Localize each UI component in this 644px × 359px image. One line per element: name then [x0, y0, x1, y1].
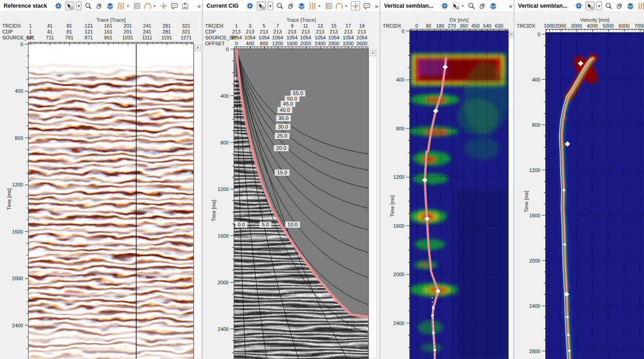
- layers-icon[interactable]: [298, 2, 306, 10]
- time-minor-tick: [408, 116, 410, 116]
- header-value: 213: [288, 29, 296, 34]
- time-major-tick: [406, 80, 410, 80]
- wiggle-icon[interactable]: [637, 2, 644, 10]
- semblance-dv-plot[interactable]: [410, 31, 508, 359]
- ruler-minor-tick: [275, 47, 275, 48]
- ruler-minor-tick: [55, 42, 55, 43]
- axis-title: DV [m/s]: [449, 17, 468, 23]
- mouse-icon[interactable]: [615, 2, 624, 10]
- dropdown-arrow-icon[interactable]: ▾: [76, 1, 82, 10]
- zoom-icon[interactable]: [84, 2, 92, 10]
- dropdown-arrow-icon[interactable]: ▾: [344, 4, 348, 8]
- svg-text:0.0: 0.0: [238, 222, 245, 227]
- zoom-icon[interactable]: [276, 2, 284, 10]
- select-icon[interactable]: [257, 1, 266, 10]
- select-icon[interactable]: [452, 2, 460, 10]
- gear-icon[interactable]: [54, 2, 62, 10]
- export-icon[interactable]: [181, 2, 189, 10]
- time-minor-tick: [27, 349, 29, 349]
- dropdown-arrow-icon[interactable]: ▾: [317, 4, 322, 8]
- time-minor-tick: [408, 311, 410, 311]
- time-minor-tick: [408, 165, 410, 165]
- time-major-tick: [231, 96, 234, 96]
- mouse-icon[interactable]: [95, 2, 103, 10]
- gear-icon[interactable]: [246, 2, 254, 10]
- header-value: 1111: [142, 35, 152, 40]
- wiggle-icon[interactable]: [308, 2, 317, 10]
- time-minor-tick: [408, 250, 410, 250]
- select-icon[interactable]: [586, 1, 595, 10]
- ruler-minor-tick: [562, 29, 562, 30]
- ruler-minor-tick: [64, 42, 65, 43]
- dropdown-arrow-icon[interactable]: ▾: [153, 4, 157, 8]
- cig-gather-plot[interactable]: 55.0 50.0 45.0 40.0 35.0 30.0 25.0 20.0 …: [234, 49, 368, 359]
- ruler-major-tick: [608, 29, 609, 32]
- header-row-label: CDP: [2, 29, 13, 34]
- dropdown-arrow-icon[interactable]: ▾: [461, 4, 465, 8]
- mouse-icon[interactable]: [478, 2, 486, 10]
- header-value: 19: [359, 23, 365, 29]
- time-minor-tick: [27, 161, 29, 162]
- layers-icon[interactable]: [106, 2, 114, 10]
- time-minor-tick: [27, 337, 29, 337]
- layers-icon[interactable]: [626, 2, 634, 10]
- scroll-up-icon[interactable]: ▲: [195, 45, 201, 51]
- toolbar-overflow-button[interactable]: »: [197, 3, 201, 10]
- comment-icon[interactable]: [363, 2, 371, 10]
- hist-icon[interactable]: [144, 2, 152, 10]
- zoom-icon[interactable]: [467, 2, 476, 10]
- dropdown-arrow-icon[interactable]: ▾: [596, 1, 602, 10]
- dropdown-arrow-icon[interactable]: ▾: [268, 1, 273, 10]
- ruler-minor-tick: [103, 42, 104, 43]
- scrollbar[interactable]: ▲: [369, 49, 377, 359]
- reference-stack-plot[interactable]: [29, 44, 193, 359]
- toolbar-overflow-button[interactable]: »: [375, 3, 378, 10]
- time-tick-label: 2000: [529, 258, 540, 263]
- layers-icon[interactable]: [489, 2, 497, 10]
- time-minor-tick: [408, 286, 410, 287]
- scrollbar[interactable]: ▲: [509, 31, 514, 359]
- mouse-icon[interactable]: [287, 2, 295, 10]
- time-minor-tick: [27, 114, 29, 115]
- time-minor-tick: [544, 328, 546, 329]
- crosshair-icon[interactable]: [159, 2, 168, 10]
- panel-splitter[interactable]: [202, 0, 203, 359]
- hist-icon[interactable]: [335, 2, 343, 10]
- ruler-minor-tick: [264, 47, 265, 48]
- time-minor-tick: [408, 91, 410, 92]
- time-tick-label: 0: [402, 29, 404, 34]
- time-minor-tick: [232, 84, 234, 84]
- time-tick-label: 400: [221, 93, 229, 99]
- select-icon[interactable]: [65, 1, 74, 10]
- header-value: 0: [235, 41, 238, 46]
- comment-icon[interactable]: [170, 2, 178, 10]
- gear-icon[interactable]: [441, 2, 449, 10]
- crosshair-icon[interactable]: [351, 1, 360, 10]
- scroll-up-icon[interactable]: ▲: [370, 50, 376, 56]
- svg-text:20.0: 20.0: [276, 145, 286, 151]
- ruler-minor-tick: [578, 29, 578, 30]
- wiggle-icon[interactable]: [117, 2, 125, 10]
- ruler-minor-tick: [30, 42, 31, 43]
- time-tick-label: 800: [396, 126, 404, 131]
- panel-splitter[interactable]: [380, 0, 380, 359]
- scroll-up-icon[interactable]: ▲: [509, 32, 513, 37]
- ruler-minor-tick: [362, 47, 362, 48]
- time-tick-label: 2800: [529, 349, 540, 354]
- time-minor-tick: [408, 262, 410, 263]
- scrollbar[interactable]: ▲: [194, 44, 202, 359]
- panel-splitter[interactable]: [514, 0, 514, 359]
- gear-icon[interactable]: [575, 2, 583, 10]
- zoom-icon[interactable]: [605, 2, 613, 10]
- svg-text:30.0: 30.0: [278, 124, 288, 129]
- semblance-velocity-plot[interactable]: [546, 33, 644, 359]
- time-tick-label: 1600: [529, 213, 540, 218]
- toolbar-overflow-button[interactable]: »: [509, 3, 512, 10]
- header-value: 41: [47, 29, 53, 34]
- header-value: 213: [246, 29, 254, 34]
- table-icon[interactable]: [324, 2, 332, 10]
- table-icon[interactable]: [133, 2, 141, 10]
- dropdown-arrow-icon[interactable]: ▾: [126, 4, 130, 8]
- time-minor-tick: [408, 67, 410, 68]
- time-minor-tick: [27, 126, 29, 126]
